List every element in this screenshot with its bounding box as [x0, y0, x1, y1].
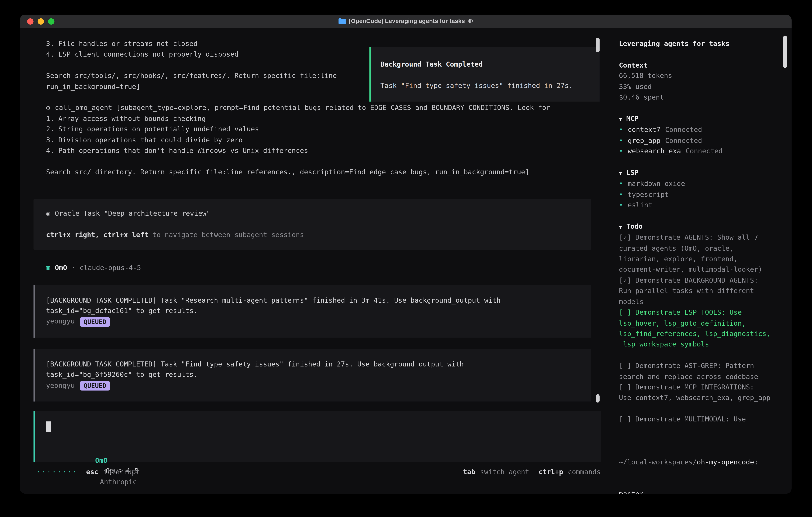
oracle-task-panel[interactable]: ◉Oracle Task "Deep architecture review" …: [34, 199, 591, 250]
terminal-line: 1. Array access without bounds checking: [20, 113, 611, 124]
terminal-line: 4. Path operations that don't handle Win…: [20, 145, 611, 156]
message-author: yeongyu: [46, 380, 75, 391]
todo-line: document-writer, multimodal-looker): [619, 265, 778, 275]
workspace-repo: oh-my-opencode:: [697, 458, 758, 466]
todo-line: [ ] Demonstrate MULTIMODAL: Use: [619, 414, 778, 425]
bullet-icon: •: [619, 180, 623, 188]
app-window: [OpenCode] Leveraging agents for tasks ◐…: [20, 15, 792, 494]
todo-item: [ ] Demonstrate AST-GREP: Pattern search…: [619, 361, 778, 382]
notification-body: Task "Find type safety issues" finished …: [380, 81, 590, 91]
todo-heading[interactable]: ▼Todo: [619, 221, 778, 233]
workspace-dir: ~/local-workspaces/: [619, 458, 697, 466]
notification-title: Background Task Completed: [380, 59, 590, 70]
window-title: [OpenCode] Leveraging agents for tasks ◐: [339, 16, 473, 26]
scrollbar-thumb[interactable]: [596, 394, 600, 403]
mcp-heading-text: MCP: [626, 114, 638, 123]
mcp-name: grep_app: [628, 136, 661, 144]
agent-icon: ▣: [46, 263, 50, 273]
agent-name: OmO: [55, 263, 67, 273]
minimize-window-button[interactable]: [38, 18, 44, 24]
terminal-pane[interactable]: 3. File handles or streams not closed 4.…: [20, 28, 611, 494]
window-title-text: [OpenCode] Leveraging agents for tasks: [349, 16, 465, 26]
esc-key-hint: esc: [86, 467, 98, 478]
message-card: [BACKGROUND TASK COMPLETED] Task "Resear…: [34, 285, 591, 338]
todo-line: Run parallel tasks with different: [619, 286, 778, 297]
message-author: yeongyu: [46, 317, 75, 327]
todo-line: lsp_hover, lsp_goto_definition,: [619, 318, 778, 329]
collapse-triangle-icon: ▼: [619, 170, 622, 176]
mcp-status: Connected: [665, 126, 702, 134]
separator-dot: ·: [71, 263, 75, 273]
context-used: 33% used: [619, 81, 778, 92]
close-window-button[interactable]: [27, 18, 33, 24]
todo-line: [✓] Demonstrate BACKGROUND AGENTS:: [619, 275, 778, 286]
status-bar: ········ esc interrupt tab switch agent …: [36, 467, 601, 478]
todo-line: [✓] Demonstrate AGENTS: Show all 7: [619, 233, 778, 243]
agent-model: claude-opus-4-5: [80, 263, 141, 273]
titlebar[interactable]: [OpenCode] Leveraging agents for tasks ◐: [20, 15, 792, 28]
todo-line: curated agents (OmO, oracle,: [619, 243, 778, 254]
todo-line: lsp_workspace_symbols: [619, 339, 778, 350]
oracle-task-title-line: ◉Oracle Task "Deep architecture review": [46, 208, 579, 219]
zoom-window-button[interactable]: [48, 18, 54, 24]
bullet-icon: •: [619, 147, 623, 155]
scrollbar-thumb[interactable]: [596, 38, 600, 52]
message-line: [BACKGROUND TASK COMPLETED] Task "Resear…: [46, 295, 580, 306]
todo-line: [ ] Demonstrate LSP TOOLS: Use: [619, 307, 778, 318]
sidebar-scrollbar-thumb[interactable]: [783, 35, 787, 68]
context-tokens: 66,518 tokens: [619, 71, 778, 81]
prompt-provider: Anthropic: [100, 478, 137, 486]
todo-line: models: [619, 297, 778, 307]
todo-line: [ ] Demonstrate MCP INTEGRATIONS:: [619, 382, 778, 393]
todo-line: [ ] Demonstrate AST-GREP: Pattern: [619, 361, 778, 371]
terminal-line: 2. String operations on potentially unde…: [20, 124, 611, 135]
tab-key-label: switch agent: [480, 467, 529, 478]
prompt-input-line[interactable]: [46, 421, 590, 432]
lsp-section: ▼LSP •markdown-oxide •typescript •eslint: [619, 167, 778, 211]
lsp-item: •eslint: [619, 200, 778, 211]
terminal-line: 3. Division operations that could divide…: [20, 135, 611, 145]
bullet-icon: •: [619, 201, 623, 209]
blank-line: [20, 156, 611, 167]
todo-item: [ ] Demonstrate MULTIMODAL: Use: [619, 414, 778, 425]
screen: [OpenCode] Leveraging agents for tasks ◐…: [0, 0, 812, 517]
context-section: Context 66,518 tokens 33% used $0.46 spe…: [619, 60, 778, 103]
status-badge: QUEUED: [80, 317, 110, 326]
todo-heading-text: Todo: [626, 222, 643, 230]
lsp-name: typescript: [628, 190, 669, 198]
mcp-name: context7: [628, 126, 661, 134]
workspace-path: ~/local-workspaces/oh-my-opencode: maste…: [619, 435, 778, 494]
mcp-status: Connected: [686, 147, 723, 155]
traffic-lights: [27, 15, 54, 28]
collapse-triangle-icon: ▼: [619, 116, 622, 122]
hint-keys: ctrl+x right, ctrl+x left: [46, 231, 148, 239]
todo-line: lsp_find_references, lsp_diagnostics,: [619, 329, 778, 339]
sidebar[interactable]: Leveraging agents for tasks Context 66,5…: [611, 28, 791, 494]
bullet-icon: •: [619, 126, 623, 134]
todo-line: search and replace across codebase: [619, 372, 778, 382]
todo-item: [✓] Demonstrate BACKGROUND AGENTS: Run p…: [619, 275, 778, 307]
lsp-item: •markdown-oxide: [619, 179, 778, 189]
lsp-heading[interactable]: ▼LSP: [619, 167, 778, 179]
status-left: ········ esc interrupt: [36, 467, 140, 478]
message-line: task_id="bg_dcfac161" to get results.: [46, 306, 580, 316]
message-line: task_id="bg_6f59260c" to get results.: [46, 370, 580, 380]
todo-item: [ ] Demonstrate MCP INTEGRATIONS: Use co…: [619, 382, 778, 404]
tab-key-hint: tab: [463, 467, 475, 478]
mcp-item: •context7Connected: [619, 125, 778, 135]
record-icon: ◉: [46, 210, 50, 217]
message-meta: yeongyu QUEUED: [46, 317, 580, 327]
mcp-section: ▼MCP •context7Connected •grep_appConnect…: [619, 113, 778, 157]
todo-line: Use context7, websearch_exa, grep_app: [619, 393, 778, 404]
lsp-heading-text: LSP: [626, 168, 638, 176]
prompt-input[interactable]: OmO Opus 4.5 Anthropic: [34, 411, 601, 462]
prompt-agent: OmO: [95, 456, 107, 464]
session-title: Leveraging agents for tasks: [619, 39, 778, 49]
workspace-line: ~/local-workspaces/oh-my-opencode:: [619, 457, 778, 467]
message-line: [BACKGROUND TASK COMPLETED] Task "Find t…: [46, 359, 580, 370]
todo-item: [ ] Demonstrate LSP TOOLS: Use lsp_hover…: [619, 307, 778, 350]
ctrlp-key-label: commands: [568, 467, 601, 478]
workspace-branch: master: [619, 489, 778, 494]
mcp-heading[interactable]: ▼MCP: [619, 113, 778, 125]
background-task-notification: Background Task Completed Task "Find typ…: [370, 47, 600, 102]
